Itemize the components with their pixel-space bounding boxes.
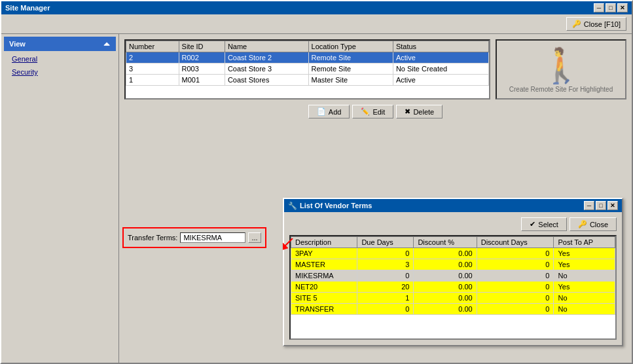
create-remote-text: Create Remote Site For Highlighted — [509, 86, 613, 93]
sidebar-view-section[interactable]: View ⏶ — [4, 37, 116, 51]
vendor-dialog-icon: 🔧 — [288, 202, 297, 210]
person-icon: 🚶 — [540, 46, 583, 86]
vendor-table: Description Due Days Discount % Discount… — [291, 236, 615, 315]
list-item[interactable]: TRANSFER00.000No — [291, 304, 615, 315]
edit-icon: ✏️ — [361, 107, 370, 116]
list-item[interactable]: SITE 510.000No — [291, 293, 615, 304]
sidebar: View ⏶ General Security — [1, 34, 119, 363]
window-title: Site Manager — [5, 4, 50, 12]
transfer-terms-browse-button[interactable]: ... — [248, 232, 261, 243]
arrow-indicator — [283, 238, 302, 259]
col-site-id: Site ID — [179, 41, 225, 52]
vendor-table-container: Description Due Days Discount % Discount… — [289, 235, 617, 340]
col-name: Name — [225, 41, 308, 52]
table-action-buttons: 📄 Add ✏️ Edit ✖ Delete — [124, 105, 626, 118]
list-item[interactable]: 3PAY00.000Yes — [291, 248, 615, 259]
close-icon-small: 🔑 — [578, 220, 587, 228]
chevron-up-icon: ⏶ — [103, 39, 111, 48]
svg-line-0 — [283, 238, 293, 248]
sites-table: Number Site ID Name Location Type Status… — [126, 41, 489, 86]
delete-button[interactable]: ✖ Delete — [396, 105, 443, 118]
window-close-button[interactable]: ✕ — [617, 3, 628, 12]
vendor-col-due-days: Due Days — [357, 237, 414, 248]
table-row[interactable]: 3R003Coast Store 3Remote SiteNo Site Cre… — [126, 64, 489, 75]
vendor-dialog-controls: ─ □ ✕ — [584, 201, 618, 210]
sites-table-container: Number Site ID Name Location Type Status… — [124, 39, 490, 100]
vendor-dialog-content: ✔ Select 🔑 Close Description Due Days Di… — [284, 212, 622, 345]
sidebar-item-security[interactable]: Security — [4, 65, 116, 79]
vendor-select-button[interactable]: ✔ Select — [521, 217, 567, 231]
sidebar-item-general[interactable]: General — [4, 52, 116, 65]
main-window: Site Manager ─ □ ✕ 🔑 Close [F10] View ⏶ … — [0, 0, 633, 364]
col-number: Number — [126, 41, 179, 52]
sites-area: Number Site ID Name Location Type Status… — [124, 39, 626, 100]
table-row[interactable]: 2R002Coast Store 2Remote SiteActive — [126, 52, 489, 64]
transfer-terms-area: Transfer Terms: ... — [122, 227, 266, 248]
list-item[interactable]: NET20200.000Yes — [291, 282, 615, 293]
transfer-terms-input[interactable] — [180, 232, 245, 243]
edit-button[interactable]: ✏️ Edit — [352, 105, 393, 118]
vendor-dialog-title-bar: 🔧 List Of Vendor Terms ─ □ ✕ — [284, 199, 622, 212]
add-button[interactable]: 📄 Add — [308, 105, 350, 118]
vendor-dialog-title: List Of Vendor Terms — [300, 202, 372, 209]
list-item[interactable]: MASTER30.000Yes — [291, 259, 615, 270]
sidebar-section-label: View — [9, 40, 26, 48]
vendor-dialog-maximize[interactable]: □ — [596, 201, 606, 210]
vendor-col-discount-days: Discount Days — [477, 237, 554, 248]
vendor-terms-dialog: 🔧 List Of Vendor Terms ─ □ ✕ ✔ Select 🔑 … — [283, 198, 623, 346]
transfer-terms-label: Transfer Terms: — [128, 234, 177, 242]
minimize-button[interactable]: ─ — [594, 3, 604, 12]
close-f10-button[interactable]: 🔑 Close [F10] — [566, 17, 626, 31]
title-bar-buttons: ─ □ ✕ — [594, 3, 628, 12]
title-bar: Site Manager ─ □ ✕ — [1, 1, 632, 14]
delete-icon: ✖ — [405, 107, 410, 116]
main-toolbar: 🔑 Close [F10] — [1, 14, 632, 34]
col-status: Status — [393, 41, 488, 52]
vendor-dialog-minimize[interactable]: ─ — [584, 201, 594, 210]
col-location-type: Location Type — [308, 41, 393, 52]
vendor-col-post-to-ap: Post To AP — [554, 237, 615, 248]
checkmark-icon: ✔ — [530, 220, 535, 228]
vendor-col-discount-pct: Discount % — [414, 237, 477, 248]
table-row[interactable]: 1M001Coast StoresMaster SiteActive — [126, 75, 489, 86]
create-remote-panel[interactable]: 🚶 Create Remote Site For Highlighted — [496, 39, 626, 100]
add-icon: 📄 — [317, 107, 326, 116]
vendor-dialog-toolbar: ✔ Select 🔑 Close — [289, 217, 617, 231]
maximize-button[interactable]: □ — [606, 3, 616, 12]
vendor-dialog-close[interactable]: ✕ — [607, 201, 618, 210]
vendor-close-button[interactable]: 🔑 Close — [570, 217, 617, 231]
close-icon: 🔑 — [572, 20, 581, 28]
list-item[interactable]: MIKESRMA00.000No — [291, 270, 615, 282]
